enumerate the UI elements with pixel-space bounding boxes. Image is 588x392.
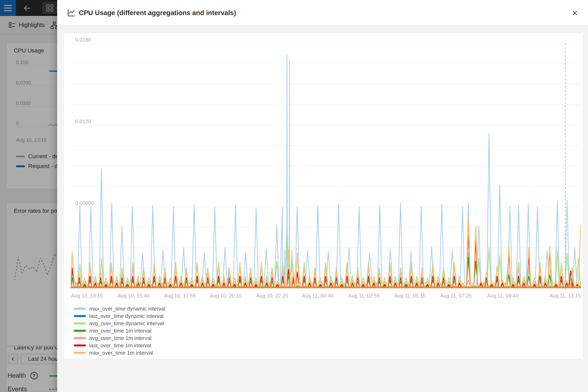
chart-plot-area[interactable] (71, 44, 581, 293)
legend-item[interactable]: max_over_time dynamic interval (74, 305, 166, 312)
legend-item[interactable]: min_over_time 1m interval (74, 327, 166, 334)
x-tick-label: Aug 11, 13:15 (550, 293, 581, 299)
y-tick-label: 0.00600 (75, 200, 94, 206)
chart-panel: 0.01800.01200.006000 Aug 10, 13:15Aug 10… (63, 33, 583, 359)
x-tick-label: Aug 10, 17:55 (164, 293, 196, 299)
x-tick-label: Aug 11, 07:25 (440, 293, 472, 299)
legend-label: max_over_time dynamic interval (89, 306, 166, 312)
legend-item[interactable]: avg_over_time 1m interval (74, 334, 166, 342)
line-chart-icon (66, 8, 76, 18)
legend-label: last_over_time dynamic interval (89, 313, 164, 319)
legend-swatch (74, 315, 86, 317)
legend-item[interactable]: last_over_time 1m interval (74, 342, 166, 349)
legend-item[interactable]: avg_over_time dynamic interval (74, 320, 166, 327)
close-icon (572, 10, 578, 16)
close-button[interactable] (571, 9, 579, 17)
legend-swatch (74, 337, 86, 339)
legend-swatch (74, 308, 86, 310)
y-tick-label: 0.0120 (75, 118, 91, 124)
x-tick-label: Aug 10, 20:10 (210, 293, 242, 299)
y-tick-label: 0.0180 (75, 37, 91, 43)
legend-swatch (74, 322, 86, 324)
x-tick-label: Aug 11, 00:40 (302, 293, 334, 299)
legend-label: last_over_time 1m interval (89, 342, 151, 349)
chart-detail-modal: CPU Usage (different aggregations and in… (57, 0, 588, 392)
x-tick-label: Aug 11, 09:40 (487, 293, 518, 299)
x-tick-label: Aug 10, 13:15 (71, 293, 103, 299)
legend-item[interactable]: max_over_time 1m interval (74, 349, 166, 356)
x-tick-label: Aug 10, 15:40 (118, 293, 150, 299)
y-tick-label: 0 (75, 282, 78, 288)
legend-label: max_over_time 1m interval (89, 350, 153, 356)
x-tick-label: Aug 10, 22:25 (256, 293, 288, 299)
legend-swatch (74, 344, 86, 346)
legend-swatch (74, 330, 86, 332)
x-tick-label: Aug 11, 05:10 (394, 293, 426, 299)
legend-label: avg_over_time dynamic interval (89, 320, 164, 327)
legend-label: avg_over_time 1m interval (89, 335, 152, 341)
legend-item[interactable]: last_over_time dynamic interval (74, 312, 166, 320)
legend-swatch (74, 352, 86, 354)
series-last-over-time-1m-interval (71, 231, 581, 287)
x-tick-label: Aug 11, 02:55 (348, 293, 380, 299)
chart-legend: max_over_time dynamic intervallast_over_… (74, 305, 166, 356)
modal-title: CPU Usage (different aggregations and in… (79, 0, 236, 26)
series-max-over-time-dynamic-interval (71, 54, 581, 283)
legend-label: min_over_time 1m interval (89, 328, 152, 334)
modal-header: CPU Usage (different aggregations and in… (57, 0, 588, 26)
